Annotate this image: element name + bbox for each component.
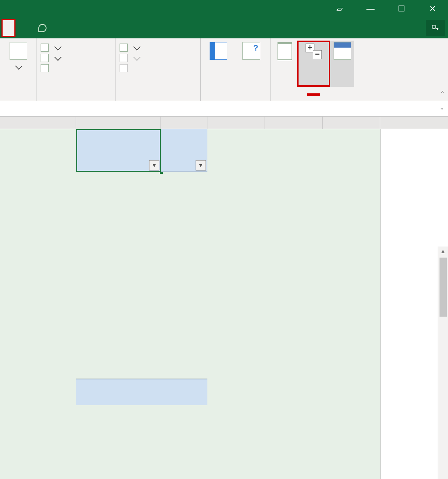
collapse-ribbon-button[interactable]: ˄ — [441, 90, 444, 99]
select-button[interactable] — [41, 54, 61, 62]
plus-minus-buttons-toggle[interactable] — [297, 41, 330, 87]
expand-formula-bar-icon[interactable]: ⌄ — [440, 104, 444, 111]
pivot-header-date[interactable] — [76, 129, 161, 172]
col-header-H[interactable] — [207, 117, 265, 129]
tell-me-search[interactable] — [32, 24, 49, 32]
clear-icon — [41, 44, 49, 52]
scrollbar-thumb[interactable] — [440, 258, 447, 317]
col-header-J[interactable] — [323, 117, 380, 129]
ribbon-display-options-icon[interactable]: ▱ — [324, 0, 355, 18]
relationships-button — [120, 64, 139, 72]
title-bar: ▱ — ☐ ✕ — [0, 0, 448, 18]
move-icon — [41, 64, 49, 72]
fields-icon — [120, 44, 128, 52]
plus-minus-icon — [305, 44, 323, 61]
data-source-icon — [10, 42, 27, 60]
column-headers — [0, 117, 448, 129]
recommended-pivot-icon — [242, 42, 260, 60]
ribbon: ˄ — [0, 38, 448, 101]
olap-icon — [120, 54, 128, 62]
group-label-calc — [118, 96, 198, 101]
ribbon-group-calc — [116, 38, 201, 101]
recommended-pivot-button[interactable] — [234, 41, 268, 96]
vertical-scrollbar[interactable]: ▲ — [438, 247, 448, 479]
group-label-actions — [39, 96, 113, 101]
field-headers-toggle[interactable] — [330, 41, 354, 87]
pivot-total-row[interactable] — [76, 379, 207, 405]
group-label-data — [2, 96, 34, 101]
pivot-chart-icon — [210, 42, 227, 60]
move-pivot-button[interactable] — [41, 64, 61, 72]
ribbon-group-data — [0, 38, 37, 101]
tab-design[interactable] — [17, 18, 32, 38]
dropdown-arrow-icon — [133, 43, 141, 51]
share-button[interactable] — [426, 20, 445, 36]
filter-dropdown-date[interactable]: ▼ — [149, 160, 159, 170]
field-list-button[interactable] — [273, 41, 297, 87]
group-label-tools — [203, 96, 268, 101]
minimize-button[interactable]: — — [355, 0, 386, 18]
maximize-button[interactable]: ☐ — [386, 0, 417, 18]
dropdown-arrow-icon — [15, 62, 23, 70]
fields-items-sets-button[interactable] — [120, 44, 139, 52]
contextual-tab-title — [0, 0, 17, 18]
grid-area[interactable]: ▼ ▼ — [0, 129, 381, 479]
formula-bar[interactable]: ⌄ — [0, 101, 448, 117]
clear-button[interactable] — [41, 44, 61, 52]
ribbon-group-show — [271, 38, 356, 101]
filter-dropdown-shift[interactable]: ▼ — [196, 160, 206, 170]
ribbon-group-tools — [201, 38, 271, 101]
col-header-F[interactable] — [76, 117, 161, 129]
group-label-show — [307, 93, 320, 96]
svg-point-0 — [432, 25, 436, 29]
scroll-up-icon[interactable]: ▲ — [440, 247, 446, 256]
worksheet: ▼ ▼ ▲ — [0, 117, 448, 479]
relationships-icon — [120, 64, 128, 72]
dropdown-arrow-icon — [54, 43, 62, 51]
share-icon — [431, 24, 440, 32]
col-header-G[interactable] — [161, 117, 207, 129]
change-data-source-button[interactable] — [2, 41, 34, 96]
dropdown-arrow-icon — [54, 54, 62, 61]
ribbon-tabs — [0, 18, 448, 38]
close-button[interactable]: ✕ — [417, 0, 448, 18]
ribbon-group-actions — [37, 38, 116, 101]
col-header-I[interactable] — [265, 117, 323, 129]
col-header-E[interactable] — [0, 117, 76, 129]
field-list-icon — [278, 42, 292, 60]
pivot-chart-button[interactable] — [203, 41, 234, 96]
field-headers-icon — [334, 42, 351, 60]
olap-tools-button — [120, 54, 139, 62]
dropdown-arrow-icon — [133, 54, 141, 61]
select-icon — [41, 54, 49, 62]
tab-analyze[interactable] — [1, 19, 15, 37]
bulb-icon — [38, 24, 46, 32]
